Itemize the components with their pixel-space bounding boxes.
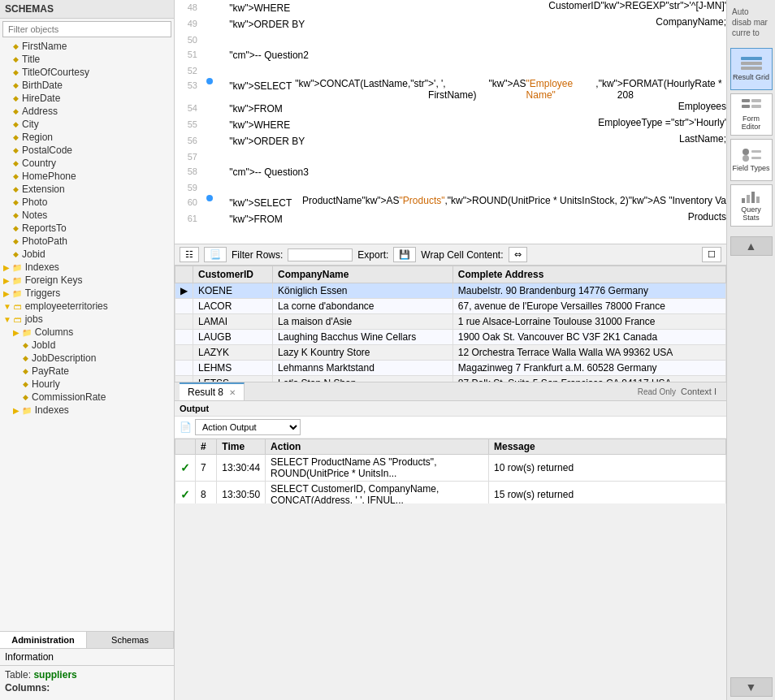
tree-item-city[interactable]: ◆City [0, 118, 174, 131]
field-types-btn[interactable]: 📃 [204, 247, 227, 262]
schemas-tab[interactable]: Schemas [87, 632, 174, 648]
expand-btn[interactable]: ☐ [702, 247, 721, 262]
tree-item-reportsto[interactable]: ◆ReportsTo [0, 222, 174, 235]
tree-item-firstname[interactable]: ◆FirstName [0, 40, 174, 53]
nav-up-arrow[interactable]: ▲ [730, 236, 773, 256]
result8-tab[interactable]: Result 8 ✕ [180, 382, 245, 400]
tree-label: PayRate [32, 365, 69, 377]
result8-close[interactable]: ✕ [229, 388, 236, 397]
tree-item-homephone[interactable]: ◆HomePhone [0, 170, 174, 183]
tree-item-jobid[interactable]: ◆Jobid [0, 248, 174, 261]
export-btn[interactable]: 💾 [393, 247, 416, 262]
line-marker [204, 195, 215, 201]
tree-label: Address [22, 106, 58, 117]
code-line-52[interactable]: 52 [175, 63, 726, 78]
action-output-select[interactable]: Action Output [195, 419, 301, 435]
tree-item-photo[interactable]: ◆Photo [0, 196, 174, 209]
table-row[interactable]: LAMAI La maison d'Asie 1 rue Alsace-Lorr… [175, 314, 726, 330]
line-content [215, 63, 726, 65]
output-label: Output [175, 401, 726, 417]
code-line-49[interactable]: 49 "kw">ORDER BY CompanyName; [175, 16, 726, 32]
tree-label: Columns [35, 326, 73, 338]
code-lines[interactable]: 48 "kw">WHERE CustomerID "kw">REGEXP "st… [175, 0, 726, 244]
tree-item-indexes[interactable]: ▶ 📁Indexes [0, 261, 174, 274]
code-line-60[interactable]: 60 "kw">SELECT ProductName "kw">AS "Prod… [175, 195, 726, 211]
tree-item-indexes-jobs[interactable]: ▶ 📁Indexes [0, 404, 174, 417]
col-completeaddress[interactable]: Complete Address [452, 266, 725, 283]
row-arrow-cell [175, 314, 193, 330]
cell-customerid: LAUGB [193, 330, 273, 345]
field-types-panel-btn[interactable]: Field Types [730, 139, 773, 181]
tree-item-titleofcourtesy[interactable]: ◆TitleOfCourtesy [0, 66, 174, 79]
tree-label: FirstName [22, 41, 67, 52]
tree-item-title[interactable]: ◆Title [0, 53, 174, 66]
col-companyname[interactable]: CompanyName [273, 266, 453, 283]
tree-item-photopath[interactable]: ◆PhotoPath [0, 235, 174, 248]
code-line-59[interactable]: 59 [175, 180, 726, 195]
code-line-48[interactable]: 48 "kw">WHERE CustomerID "kw">REGEXP "st… [175, 0, 726, 16]
col-action: Action [266, 439, 489, 455]
tree-item-triggers[interactable]: ▶ 📁Triggers [0, 287, 174, 300]
tree-item-jobid-col[interactable]: ◆JobId [0, 339, 174, 352]
tree-label: Extension [22, 184, 65, 195]
svg-rect-10 [751, 157, 761, 159]
table-row[interactable]: LEHMS Lehmanns Marktstand Magazinweg 7 F… [175, 361, 726, 376]
table-row[interactable]: LACOR La corne d'abondance 67, avenue de… [175, 299, 726, 314]
tree-item-hourly-col[interactable]: ◆Hourly [0, 378, 174, 391]
tree-item-extension[interactable]: ◆Extension [0, 183, 174, 196]
code-line-57[interactable]: 57 [175, 149, 726, 164]
svg-rect-13 [751, 192, 755, 203]
code-line-58[interactable]: 58 "cm">-- Question3 [175, 164, 726, 180]
tree-item-address[interactable]: ◆Address [0, 105, 174, 118]
wrap-cell-btn[interactable]: ⇔ [509, 247, 527, 262]
code-line-56[interactable]: 56 "kw">ORDER BY LastName; [175, 133, 726, 149]
num-cell: 8 [196, 482, 217, 504]
tree-item-foreignkeys[interactable]: ▶ 📁Foreign Keys [0, 274, 174, 287]
tree-item-commrate-col[interactable]: ◆CommissionRate [0, 391, 174, 404]
code-line-51[interactable]: 51 "cm">-- Question2 [175, 47, 726, 63]
tree-item-hiredate[interactable]: ◆HireDate [0, 92, 174, 105]
result-table-container[interactable]: CustomerID CompanyName Complete Address … [175, 266, 726, 382]
table-row[interactable]: LETSS Let's Stop N Shop 87 Polk St. Suit… [175, 376, 726, 382]
diamond-icon: ◆ [13, 94, 19, 102]
tree-item-country[interactable]: ◆Country [0, 157, 174, 170]
tree-item-columns-jobs[interactable]: ▶ 📁Columns [0, 326, 174, 339]
col-customerid[interactable]: CustomerID [193, 266, 273, 283]
tree-item-payrate-col[interactable]: ◆PayRate [0, 365, 174, 378]
code-line-54[interactable]: 54 "kw">FROM Employees [175, 101, 726, 117]
result-area: ☷ 📃 Filter Rows: Export: 💾 Wrap Cell Con… [175, 244, 726, 503]
tree-item-employeeterritories[interactable]: ▼ 🗃employeeterritories [0, 300, 174, 313]
table-row[interactable]: LAUGB Laughing Bacchus Wine Cellars 1900… [175, 330, 726, 345]
tree-item-jobs[interactable]: ▼ 🗃jobs [0, 313, 174, 326]
nav-down-arrow[interactable]: ▼ [730, 677, 773, 697]
cell-address: 1 rue Alsace-Lorraine Toulouse 31000 Fra… [452, 314, 725, 330]
form-editor-btn-label: Form Editor [733, 115, 770, 132]
filter-objects-input[interactable] [2, 21, 171, 37]
form-editor-btn[interactable]: Form Editor [730, 93, 773, 136]
code-line-50[interactable]: 50 [175, 32, 726, 47]
result-grid-toggle[interactable]: ☷ [180, 247, 199, 262]
table-row[interactable]: LAZYK Lazy K Kountry Store 12 Orchestra … [175, 345, 726, 361]
cell-customerid: LETSS [193, 376, 273, 382]
code-line-61[interactable]: 61 "kw">FROM Products [175, 211, 726, 227]
info-tab-label[interactable]: Information [5, 651, 54, 663]
table-row[interactable]: ▶ KOENE Königlich Essen Maubelstr. 90 Br… [175, 283, 726, 299]
tree-label: PostalCode [22, 145, 72, 156]
row-selector-header [175, 266, 193, 283]
administration-tab[interactable]: Administration [0, 632, 87, 648]
code-line-55[interactable]: 55 "kw">WHERE EmployeeType = "str">'Hour… [175, 117, 726, 133]
filter-rows-input[interactable] [288, 248, 353, 261]
result-grid-btn[interactable]: Result Grid [730, 48, 773, 90]
code-line-53[interactable]: 53 "kw">SELECT "kw">CONCAT(LastName, "st… [175, 78, 726, 101]
folder-icon: ▶ 📁 [3, 289, 22, 298]
tree-item-region[interactable]: ◆Region [0, 131, 174, 144]
query-stats-btn[interactable]: Query Stats [730, 184, 773, 227]
output-content: Output 📄 Action Output # Time Action [175, 401, 726, 503]
tree-item-postalcode[interactable]: ◆PostalCode [0, 144, 174, 157]
row-arrow-cell [175, 376, 193, 382]
diamond-icon: ◆ [13, 55, 19, 63]
tree-item-jobdesc-col[interactable]: ◆JobDescription [0, 352, 174, 365]
action-tbody: ✓ 7 13:30:44 SELECT ProductName AS "Prod… [175, 455, 726, 504]
tree-item-notes[interactable]: ◆Notes [0, 209, 174, 222]
tree-item-birthdate[interactable]: ◆BirthDate [0, 79, 174, 92]
